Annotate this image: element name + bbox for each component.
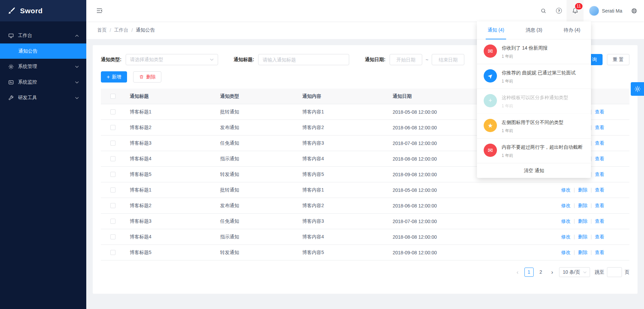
notification-tab[interactable]: 通知 (4): [477, 21, 515, 39]
reset-button[interactable]: 重 置: [607, 54, 629, 65]
notification-item[interactable]: ➤你推荐的 曲妮妮 已通过第三轮面试1 年前: [477, 64, 591, 89]
clear-notifications-button[interactable]: 清空 通知: [477, 163, 591, 178]
cell-content: 博客内容2: [297, 203, 388, 209]
cell-content: 博客内容5: [297, 171, 388, 178]
delete-button[interactable]: 删除: [133, 71, 161, 83]
mail-icon: ✉: [484, 44, 497, 58]
breadcrumb-item[interactable]: 首页: [97, 27, 107, 33]
row-checkbox[interactable]: [110, 156, 115, 161]
notification-item[interactable]: +这种模板可以区分多种通知类型1 年前: [477, 89, 591, 114]
action-view-link[interactable]: 查看: [595, 171, 604, 177]
column-header: 通知类型: [215, 93, 297, 99]
notification-time: 1 年前: [502, 78, 576, 84]
search-icon[interactable]: [536, 0, 551, 21]
title-filter-input[interactable]: [258, 54, 349, 65]
row-checkbox[interactable]: [110, 203, 115, 208]
notification-tabs: 通知 (4)消息 (3)待办 (4): [477, 21, 591, 39]
notification-item[interactable]: ✉你收到了 14 份新周报1 年前: [477, 39, 591, 64]
notification-time: 1 年前: [502, 153, 583, 159]
action-edit-link[interactable]: 修改: [561, 218, 571, 224]
notification-tab[interactable]: 待办 (4): [553, 21, 591, 39]
add-button-label: 新增: [112, 74, 121, 80]
row-checkbox[interactable]: [110, 219, 115, 224]
notification-body: 你收到了 14 份新周报1 年前: [502, 44, 548, 59]
breadcrumb-item[interactable]: 工作台: [114, 27, 128, 33]
breadcrumb-item[interactable]: 通知公告: [136, 27, 155, 33]
action-delete-link[interactable]: 删除: [578, 234, 588, 239]
menu-collapse-button[interactable]: [96, 7, 103, 14]
action-view-link[interactable]: 查看: [595, 250, 604, 255]
user-menu[interactable]: Serati Ma: [584, 6, 626, 16]
notification-tab[interactable]: 消息 (3): [515, 21, 553, 39]
action-view-link[interactable]: 查看: [595, 156, 604, 161]
row-checkbox[interactable]: [110, 234, 115, 239]
pagination-prev[interactable]: ‹: [514, 269, 522, 276]
pagination-next[interactable]: ›: [548, 269, 556, 276]
cell-title: 博客标题1: [125, 187, 215, 193]
row-checkbox[interactable]: [110, 109, 115, 114]
sidebar-item-label: 系统监控: [18, 79, 37, 85]
action-delete-link[interactable]: 删除: [578, 250, 588, 255]
row-checkbox[interactable]: [110, 141, 115, 146]
action-edit-link[interactable]: 修改: [561, 203, 571, 208]
row-checkbox[interactable]: [110, 250, 115, 255]
sidebar-item-system-management[interactable]: 系统管理: [0, 59, 86, 74]
help-icon[interactable]: ?: [551, 0, 567, 21]
notifications-button[interactable]: 11: [567, 0, 584, 21]
page-jump-input[interactable]: [607, 267, 622, 277]
sidebar-item-dev-tools[interactable]: 研发工具: [0, 90, 86, 106]
pagination-page-1[interactable]: 1: [524, 268, 534, 277]
action-view-link[interactable]: 查看: [595, 140, 604, 146]
row-checkbox-cell: [101, 156, 125, 161]
chevron-down-icon: [583, 271, 587, 273]
notification-title: 你收到了 14 份新周报: [502, 45, 548, 51]
sidebar-item-workbench[interactable]: 工作台: [0, 28, 86, 43]
action-view-link[interactable]: 查看: [595, 203, 604, 208]
row-checkbox-cell: [101, 219, 125, 224]
type-filter-select[interactable]: 请选择通知类型: [126, 54, 218, 65]
logo[interactable]: Sword: [0, 0, 86, 21]
chevron-down-icon: [75, 97, 79, 99]
date-start-input[interactable]: [390, 54, 422, 65]
language-globe-icon[interactable]: [626, 0, 644, 21]
theme-settings-button[interactable]: [631, 82, 644, 96]
row-checkbox[interactable]: [110, 125, 115, 130]
cell-type: 发布通知: [215, 203, 297, 209]
notification-time: 1 年前: [502, 54, 548, 59]
sidebar-item-system-monitor[interactable]: 系统监控: [0, 74, 86, 90]
cell-type: 批转通知: [215, 109, 297, 115]
star-icon-glyph: ★: [487, 122, 493, 129]
row-checkbox[interactable]: [110, 172, 115, 177]
table-row: 博客标题3任免通知博客内容32018-07-08 12:00:00修改|删除|查…: [101, 214, 629, 229]
page-size-select[interactable]: 10 条/页: [559, 267, 590, 277]
action-separator: |: [591, 218, 592, 224]
page-jump-label: 跳至: [595, 269, 604, 275]
cell-title: 博客标题3: [125, 140, 215, 146]
question-mark-glyph: ?: [556, 8, 562, 14]
header-checkbox-cell: [101, 94, 125, 99]
action-delete-link[interactable]: 删除: [578, 203, 588, 208]
sidebar-item-label: 研发工具: [18, 95, 37, 101]
action-view-link[interactable]: 查看: [595, 218, 604, 224]
action-delete-link[interactable]: 删除: [578, 218, 588, 224]
row-checkbox[interactable]: [110, 187, 115, 193]
action-view-link[interactable]: 查看: [595, 109, 604, 114]
action-edit-link[interactable]: 修改: [561, 187, 571, 193]
action-view-link[interactable]: 查看: [595, 125, 604, 130]
table-row: 博客标题4指示通知博客内容42018-08-08 12:00:00修改|删除|查…: [101, 229, 629, 245]
action-view-link[interactable]: 查看: [595, 234, 604, 239]
notification-item[interactable]: ★左侧图标用于区分不同的类型1 年前: [477, 114, 591, 139]
notification-item[interactable]: ✉内容不要超过两行字，超出时自动截断1 年前: [477, 139, 591, 163]
add-button[interactable]: + 新增: [101, 71, 127, 83]
select-all-checkbox[interactable]: [110, 94, 115, 99]
date-end-input[interactable]: [432, 54, 464, 65]
action-edit-link[interactable]: 修改: [561, 234, 571, 239]
cell-content: 博客内容3: [297, 140, 388, 146]
table-row: 博客标题1批转通知博客内容12018-05-08 12:00:00修改|删除|查…: [101, 182, 629, 198]
sidebar: Sword 工作台通知公告系统管理系统监控研发工具: [0, 0, 86, 309]
action-delete-link[interactable]: 删除: [578, 187, 588, 193]
pagination-page-2[interactable]: 2: [536, 268, 545, 277]
sidebar-subitem-notice[interactable]: 通知公告: [0, 43, 86, 59]
action-view-link[interactable]: 查看: [595, 187, 604, 193]
action-edit-link[interactable]: 修改: [561, 250, 571, 255]
